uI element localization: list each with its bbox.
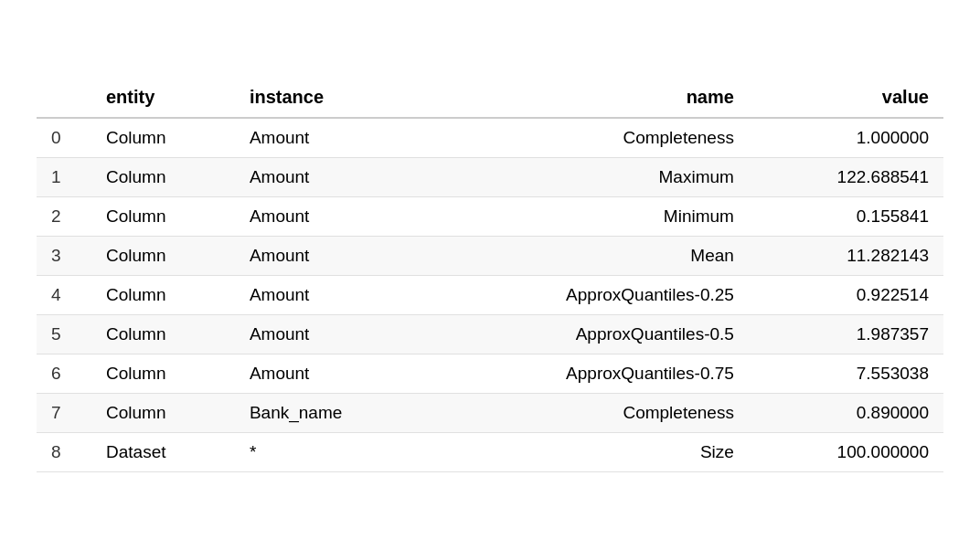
table-row: 3ColumnAmountMean11.282143 (37, 237, 943, 276)
table-row: 4ColumnAmountApproxQuantiles-0.250.92251… (37, 276, 943, 315)
table-header-row: entity instance name value (37, 78, 943, 118)
cell-value: 0.922514 (749, 276, 943, 315)
cell-entity: Column (91, 276, 235, 315)
cell-instance: Amount (235, 276, 431, 315)
cell-index: 3 (37, 237, 91, 276)
table-row: 6ColumnAmountApproxQuantiles-0.757.55303… (37, 354, 943, 394)
cell-name: Completeness (431, 394, 749, 433)
cell-value: 122.688541 (749, 158, 943, 197)
cell-entity: Column (91, 394, 235, 433)
cell-index: 5 (37, 315, 91, 354)
cell-value: 1.987357 (749, 315, 943, 354)
cell-name: Minimum (431, 197, 749, 237)
data-table: entity instance name value 0ColumnAmount… (37, 78, 943, 472)
cell-instance: Amount (235, 158, 431, 197)
cell-name: Mean (431, 237, 749, 276)
cell-name: ApproxQuantiles-0.5 (431, 315, 749, 354)
cell-instance: Amount (235, 237, 431, 276)
cell-entity: Column (91, 118, 235, 158)
cell-index: 8 (37, 433, 91, 472)
table-row: 8Dataset*Size100.000000 (37, 433, 943, 472)
cell-name: ApproxQuantiles-0.75 (431, 354, 749, 394)
cell-entity: Column (91, 237, 235, 276)
col-header-value: value (749, 78, 943, 118)
cell-instance: Amount (235, 197, 431, 237)
table-row: 1ColumnAmountMaximum122.688541 (37, 158, 943, 197)
cell-instance: Amount (235, 315, 431, 354)
cell-entity: Column (91, 315, 235, 354)
cell-index: 4 (37, 276, 91, 315)
cell-instance: * (235, 433, 431, 472)
table-container: entity instance name value 0ColumnAmount… (0, 59, 980, 491)
cell-name: Size (431, 433, 749, 472)
table-row: 0ColumnAmountCompleteness1.000000 (37, 118, 943, 158)
cell-instance: Amount (235, 118, 431, 158)
cell-name: Completeness (431, 118, 749, 158)
cell-name: Maximum (431, 158, 749, 197)
cell-value: 0.155841 (749, 197, 943, 237)
cell-index: 1 (37, 158, 91, 197)
cell-value: 1.000000 (749, 118, 943, 158)
cell-value: 0.890000 (749, 394, 943, 433)
cell-value: 100.000000 (749, 433, 943, 472)
table-row: 7ColumnBank_nameCompleteness0.890000 (37, 394, 943, 433)
cell-index: 7 (37, 394, 91, 433)
col-header-entity: entity (91, 78, 235, 118)
cell-value: 11.282143 (749, 237, 943, 276)
cell-entity: Column (91, 158, 235, 197)
cell-index: 6 (37, 354, 91, 394)
cell-instance: Amount (235, 354, 431, 394)
cell-entity: Column (91, 354, 235, 394)
cell-name: ApproxQuantiles-0.25 (431, 276, 749, 315)
cell-index: 2 (37, 197, 91, 237)
table-row: 5ColumnAmountApproxQuantiles-0.51.987357 (37, 315, 943, 354)
col-header-instance: instance (235, 78, 431, 118)
cell-index: 0 (37, 118, 91, 158)
cell-entity: Dataset (91, 433, 235, 472)
col-header-name: name (431, 78, 749, 118)
cell-value: 7.553038 (749, 354, 943, 394)
col-header-index (37, 78, 91, 118)
table-row: 2ColumnAmountMinimum0.155841 (37, 197, 943, 237)
table-body: 0ColumnAmountCompleteness1.0000001Column… (37, 118, 943, 472)
cell-entity: Column (91, 197, 235, 237)
cell-instance: Bank_name (235, 394, 431, 433)
